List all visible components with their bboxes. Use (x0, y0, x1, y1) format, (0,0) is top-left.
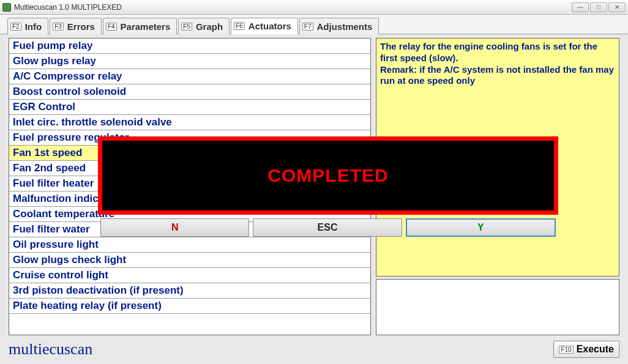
execute-button[interactable]: F10 Execute (553, 341, 619, 358)
tab-info[interactable]: F2 Info (7, 18, 48, 34)
fkey-badge: F7 (302, 23, 313, 31)
tab-parameters[interactable]: F4 Parameters (103, 18, 177, 34)
app-icon (2, 3, 11, 12)
status-panel (376, 279, 619, 335)
tab-label: Graph (196, 21, 223, 32)
tab-actuators[interactable]: F6 Actuators (231, 18, 298, 34)
fkey-badge: F4 (106, 23, 117, 31)
window-controls: — □ ✕ (572, 2, 626, 12)
dialog-yes-button[interactable]: Y (406, 218, 556, 237)
tab-label: Adjustments (317, 21, 373, 32)
list-item[interactable]: Cruise control light (9, 268, 370, 283)
tab-graph[interactable]: F5 Graph (178, 18, 230, 34)
close-button[interactable]: ✕ (608, 2, 626, 12)
dialog-button-row: N ESC Y (98, 218, 558, 237)
execute-label: Execute (577, 344, 614, 355)
fkey-badge: F10 (559, 346, 573, 354)
window-titlebar: Multiecuscan 1.0 MULTIPLEXED — □ ✕ (0, 0, 628, 15)
fkey-badge: F6 (234, 22, 245, 30)
tab-label: Errors (67, 21, 95, 32)
tab-label: Parameters (121, 21, 171, 32)
brand-logo: multiecuscan (9, 340, 92, 358)
dialog-no-button[interactable]: N (100, 218, 249, 237)
list-item[interactable]: Boost control solenoid (9, 84, 370, 100)
dialog-message: COMPLETED (267, 165, 388, 186)
list-item[interactable]: Plate heating relay (if present) (9, 299, 370, 314)
tab-bar: F2 Info F3 Errors F4 Parameters F5 Graph… (0, 15, 628, 34)
completion-dialog: COMPLETED N ESC Y (98, 136, 558, 237)
list-item[interactable]: EGR Control (9, 100, 370, 115)
fkey-badge: F3 (53, 23, 64, 31)
minimize-button[interactable]: — (572, 2, 589, 12)
dialog-message-box: COMPLETED (98, 136, 558, 215)
list-item[interactable]: Glow plugs check light (9, 253, 370, 268)
tab-label: Info (25, 21, 42, 32)
list-item[interactable]: Oil pressure light (9, 237, 370, 253)
info-line: Remark: if the A/C system is not install… (380, 64, 614, 86)
maximize-button[interactable]: □ (590, 2, 607, 12)
list-item[interactable]: 3rd piston deactivation (if present) (9, 283, 370, 299)
info-line: The relay for the engine cooling fans is… (380, 41, 597, 63)
list-item[interactable]: Glow plugs relay (9, 54, 370, 69)
list-item[interactable]: Inlet circ. throttle solenoid valve (9, 115, 370, 130)
dialog-esc-button[interactable]: ESC (253, 218, 402, 237)
tab-errors[interactable]: F3 Errors (50, 18, 102, 34)
tab-adjustments[interactable]: F7 Adjustments (299, 18, 379, 34)
tab-label: Actuators (249, 21, 291, 31)
window-title: Multiecuscan 1.0 MULTIPLEXED (14, 3, 572, 12)
list-item[interactable]: Fuel pump relay (9, 39, 370, 54)
list-item[interactable]: A/C Compressor relay (9, 69, 370, 84)
fkey-badge: F5 (181, 23, 192, 31)
footer-bar: multiecuscan F10 Execute (0, 339, 628, 361)
fkey-badge: F2 (10, 23, 21, 31)
